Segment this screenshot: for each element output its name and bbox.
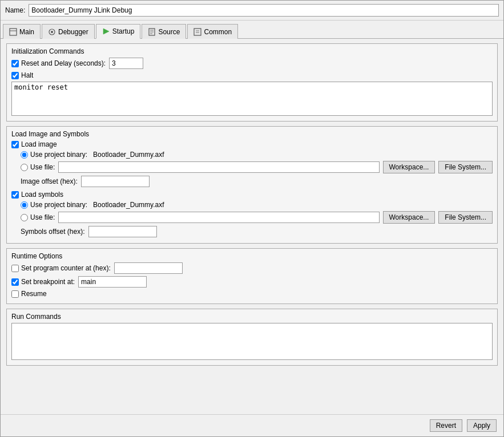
- runtime-title: Runtime Options: [11, 252, 493, 260]
- dialog: Name: Main Debugger Startup: [0, 0, 504, 437]
- image-use-project-row: Use project binary: Bootloader_Dummy.axf: [21, 151, 493, 159]
- symbols-use-project-row: Use project binary: Bootloader_Dummy.axf: [21, 201, 493, 209]
- image-use-file-text: Use file:: [30, 163, 55, 171]
- run-commands-title: Run Commands: [11, 313, 493, 321]
- symbols-offset-row: Symbols offset (hex):: [21, 226, 493, 237]
- symbols-file-input[interactable]: [58, 212, 379, 223]
- image-use-file-row: Use file: Workspace... File System...: [21, 161, 493, 173]
- svg-rect-9: [194, 29, 201, 35]
- tab-debugger-label: Debugger: [58, 28, 88, 36]
- name-bar: Name:: [1, 1, 503, 21]
- debugger-icon: [48, 28, 56, 36]
- symbols-use-file-label: Use file:: [21, 213, 55, 221]
- image-use-project-radio[interactable]: [21, 151, 28, 159]
- load-image-title: Load Image and Symbols: [11, 130, 493, 138]
- set-breakpoint-checkbox-label: Set breakpoint at:: [11, 278, 75, 286]
- set-breakpoint-input[interactable]: [78, 276, 147, 288]
- symbols-use-file-text: Use file:: [30, 213, 55, 221]
- image-filesystem-button[interactable]: File System...: [438, 161, 493, 173]
- load-symbols-checkbox[interactable]: [11, 191, 19, 199]
- init-commands-wrapper: monitor reset: [11, 82, 493, 118]
- load-image-checkbox-label: Load image: [11, 140, 57, 148]
- initialization-box: Initialization Commands Reset and Delay …: [6, 43, 498, 122]
- reset-row: Reset and Delay (seconds):: [11, 58, 493, 69]
- load-image-checkbox[interactable]: [11, 141, 19, 148]
- image-offset-label: Image offset (hex):: [21, 177, 78, 185]
- resume-checkbox-label: Resume: [11, 290, 47, 298]
- run-commands-wrapper: [11, 323, 493, 362]
- halt-checkbox[interactable]: [11, 72, 19, 79]
- symbols-project-value: Bootloader_Dummy.axf: [93, 201, 164, 209]
- tab-source[interactable]: Source: [142, 24, 186, 39]
- set-pc-checkbox-label: Set program counter at (hex):: [11, 264, 111, 272]
- reset-checkbox[interactable]: [11, 60, 19, 67]
- image-workspace-button[interactable]: Workspace...: [383, 161, 436, 173]
- tab-main-label: Main: [19, 28, 34, 36]
- load-symbols-checkbox-label: Load symbols: [11, 191, 63, 199]
- reset-checkbox-label: Reset and Delay (seconds):: [11, 59, 106, 67]
- main-icon: [9, 28, 17, 36]
- tab-common-label: Common: [204, 28, 232, 36]
- startup-icon: [102, 27, 110, 35]
- set-breakpoint-row: Set breakpoint at:: [11, 276, 493, 288]
- resume-label: Resume: [21, 290, 47, 298]
- bottom-bar: Revert Apply: [1, 414, 503, 436]
- reset-label: Reset and Delay (seconds):: [21, 59, 106, 67]
- symbols-offset-label: Symbols offset (hex):: [21, 228, 85, 236]
- load-symbols-row: Load symbols: [11, 191, 493, 199]
- symbols-use-project-text: Use project binary:: [30, 201, 87, 209]
- tab-debugger[interactable]: Debugger: [42, 24, 95, 39]
- name-label: Name:: [5, 6, 25, 14]
- halt-label: Halt: [21, 71, 33, 79]
- runtime-section: Runtime Options Set program counter at (…: [6, 248, 498, 304]
- initialization-title: Initialization Commands: [11, 47, 493, 55]
- runtime-box: Runtime Options Set program counter at (…: [6, 248, 498, 304]
- symbols-use-project-radio[interactable]: [21, 201, 28, 209]
- load-image-row: Load image: [11, 140, 493, 148]
- set-pc-checkbox[interactable]: [11, 265, 19, 272]
- initialization-section: Initialization Commands Reset and Delay …: [6, 43, 498, 122]
- reset-value-input[interactable]: [109, 58, 143, 69]
- svg-rect-0: [10, 29, 17, 35]
- load-image-section: Load Image and Symbols Load image Use pr…: [6, 126, 498, 244]
- halt-row: Halt: [11, 71, 493, 79]
- resume-row: Resume: [11, 290, 493, 298]
- init-commands-textarea[interactable]: monitor reset: [11, 82, 493, 116]
- tabs-bar: Main Debugger Startup Source: [1, 21, 503, 39]
- image-use-project-text: Use project binary:: [30, 151, 87, 159]
- tab-main[interactable]: Main: [3, 24, 41, 39]
- tab-startup[interactable]: Startup: [96, 24, 141, 39]
- symbols-offset-input[interactable]: [88, 226, 157, 237]
- source-icon: [148, 28, 156, 36]
- image-offset-input[interactable]: [81, 176, 150, 187]
- set-pc-input[interactable]: [114, 262, 183, 274]
- tab-startup-label: Startup: [112, 27, 135, 35]
- resume-checkbox[interactable]: [11, 290, 19, 298]
- image-project-value: Bootloader_Dummy.axf: [93, 151, 164, 159]
- halt-checkbox-label: Halt: [11, 71, 33, 79]
- symbols-use-file-radio[interactable]: [21, 214, 28, 221]
- main-content: Initialization Commands Reset and Delay …: [1, 39, 503, 414]
- run-commands-box: Run Commands: [6, 309, 498, 366]
- tab-common[interactable]: Common: [187, 24, 238, 39]
- symbols-workspace-button[interactable]: Workspace...: [383, 211, 436, 224]
- load-image-label: Load image: [21, 140, 57, 148]
- set-breakpoint-checkbox[interactable]: [11, 278, 19, 286]
- name-input[interactable]: [29, 4, 499, 17]
- common-icon: [193, 28, 201, 36]
- svg-marker-4: [103, 29, 109, 34]
- tab-source-label: Source: [158, 28, 180, 36]
- image-use-file-label: Use file:: [21, 163, 55, 171]
- set-pc-label: Set program counter at (hex):: [21, 264, 111, 272]
- image-use-project-label: Use project binary:: [21, 151, 87, 159]
- run-commands-section: Run Commands: [6, 309, 498, 366]
- apply-button[interactable]: Apply: [467, 419, 497, 432]
- image-file-input[interactable]: [58, 161, 379, 173]
- symbols-filesystem-button[interactable]: File System...: [438, 211, 493, 224]
- revert-button[interactable]: Revert: [430, 419, 462, 432]
- run-commands-textarea[interactable]: [11, 323, 493, 360]
- load-image-box: Load Image and Symbols Load image Use pr…: [6, 126, 498, 244]
- image-use-file-radio[interactable]: [21, 164, 28, 171]
- load-symbols-label: Load symbols: [21, 191, 63, 199]
- symbols-use-project-label: Use project binary:: [21, 201, 87, 209]
